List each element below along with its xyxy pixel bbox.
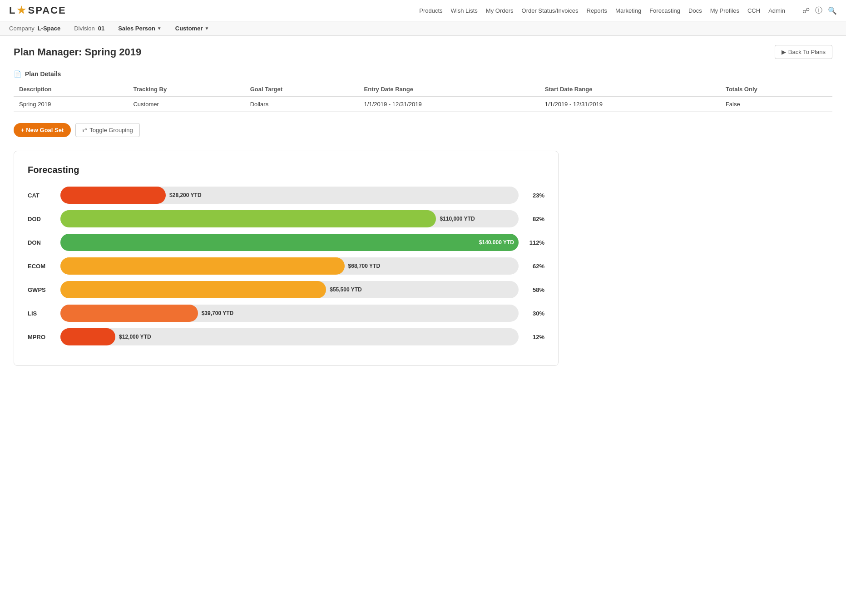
plan-details-header: 📄 Plan Details (14, 70, 832, 78)
chart-bar-fill-gwps (60, 281, 326, 298)
company-value: L-Space (38, 25, 61, 32)
chart-row-don: DON$140,000 YTD112% (28, 234, 544, 251)
sales-person-arrow: ▼ (157, 26, 162, 31)
sub-header: Company L-Space Division 01 Sales Person… (0, 21, 846, 36)
nav-admin[interactable]: Admin (768, 7, 785, 14)
help-icon-btn[interactable]: ⓘ (815, 6, 822, 15)
header: L★SPACE Products Wish Lists My Orders Or… (0, 0, 846, 21)
page-title: Plan Manager: Spring 2019 (14, 46, 141, 58)
page-header: Plan Manager: Spring 2019 ▶ Back To Plan… (14, 45, 832, 59)
col-tracking-by: Tracking By (128, 82, 244, 97)
chart-ytd-label-don: $140,000 YTD (479, 239, 514, 246)
chart-bar-fill-lis (60, 305, 198, 322)
col-start-date-range: Start Date Range (539, 82, 720, 97)
nav-wish-lists[interactable]: Wish Lists (451, 7, 478, 14)
nav-my-profiles[interactable]: My Profiles (710, 7, 739, 14)
back-icon: ▶ (782, 49, 786, 55)
chart-row-cat: CAT$28,200 YTD23% (28, 187, 544, 204)
chart-row-dod: DOD$110,000 YTD82% (28, 210, 544, 227)
logo-text-after: SPACE (28, 5, 66, 16)
cell-description: Spring 2019 (14, 97, 128, 112)
chart-row-gwps: GWPS$55,500 YTD58% (28, 281, 544, 298)
col-totals-only: Totals Only (720, 82, 832, 97)
nav-docs[interactable]: Docs (688, 7, 702, 14)
sales-person-label: Sales Person (118, 25, 155, 32)
chart-pct-ecom: 62% (524, 263, 544, 270)
chart-label-lis: LIS (28, 310, 55, 317)
toggle-grouping-button[interactable]: ⇄ Toggle Grouping (75, 123, 139, 137)
plan-table-header-row: Description Tracking By Goal Target Entr… (14, 82, 832, 97)
division-label: Division (74, 25, 95, 32)
cell-start-date-range: 1/1/2019 - 12/31/2019 (539, 97, 720, 112)
chart-label-don: DON (28, 239, 55, 246)
chart-bar-container-ecom: $68,700 YTD (60, 257, 519, 275)
nav-cch[interactable]: CCH (747, 7, 760, 14)
logo-star: ★ (17, 5, 27, 16)
chart-label-cat: CAT (28, 192, 55, 199)
nav-forecasting[interactable]: Forecasting (649, 7, 680, 14)
customer-label: Customer (175, 25, 203, 32)
cell-entry-date-range: 1/1/2019 - 12/31/2019 (359, 97, 539, 112)
new-goal-set-button[interactable]: + New Goal Set (14, 123, 71, 137)
chart-pct-dod: 82% (524, 216, 544, 222)
chart-pct-cat: 23% (524, 192, 544, 199)
chart-label-dod: DOD (28, 216, 55, 222)
user-icon-btn[interactable]: ☍ (802, 6, 810, 15)
nav-my-orders[interactable]: My Orders (486, 7, 514, 14)
main-content: Plan Manager: Spring 2019 ▶ Back To Plan… (0, 36, 846, 375)
chart-ytd-label-lis: $39,700 YTD (202, 310, 234, 316)
division-value: 01 (98, 25, 104, 32)
toggle-grouping-label: Toggle Grouping (89, 127, 133, 133)
chart-bar-container-cat: $28,200 YTD (60, 187, 519, 204)
main-nav: Products Wish Lists My Orders Order Stat… (419, 6, 837, 15)
chart-ytd-label-ecom: $68,700 YTD (348, 263, 381, 269)
forecasting-card: Forecasting CAT$28,200 YTD23%DOD$110,000… (14, 151, 559, 366)
toggle-grouping-icon: ⇄ (82, 127, 87, 133)
chart-label-mpro: MPRO (28, 334, 55, 340)
plan-table-data-row: Spring 2019 Customer Dollars 1/1/2019 - … (14, 97, 832, 112)
chart-ytd-label-dod: $110,000 YTD (440, 216, 475, 222)
chart-pct-don: 112% (524, 239, 544, 246)
chart-row-lis: LIS$39,700 YTD30% (28, 305, 544, 322)
cell-totals-only: False (720, 97, 832, 112)
chart-bar-fill-cat (60, 187, 166, 204)
chart-bar-container-gwps: $55,500 YTD (60, 281, 519, 298)
nav-order-status[interactable]: Order Status/Invoices (522, 7, 579, 14)
chart-label-gwps: GWPS (28, 286, 55, 293)
chart-row-ecom: ECOM$68,700 YTD62% (28, 257, 544, 275)
chart-ytd-label-gwps: $55,500 YTD (330, 286, 362, 293)
back-to-plans-button[interactable]: ▶ Back To Plans (775, 45, 832, 59)
plan-details-icon: 📄 (14, 70, 21, 78)
chart-bar-container-dod: $110,000 YTD (60, 210, 519, 227)
nav-products[interactable]: Products (419, 7, 442, 14)
chart-ytd-label-mpro: $12,000 YTD (119, 334, 151, 340)
forecasting-title: Forecasting (28, 165, 544, 175)
chart-pct-mpro: 12% (524, 334, 544, 340)
customer-dropdown[interactable]: Customer ▼ (175, 25, 209, 32)
nav-icons: ☍ ⓘ 🔍 (802, 6, 837, 15)
chart-pct-lis: 30% (524, 310, 544, 317)
chart-area: CAT$28,200 YTD23%DOD$110,000 YTD82%DON$1… (28, 187, 544, 345)
nav-reports[interactable]: Reports (587, 7, 608, 14)
cell-tracking-by: Customer (128, 97, 244, 112)
nav-marketing[interactable]: Marketing (615, 7, 641, 14)
chart-bar-fill-dod (60, 210, 436, 227)
logo-text-before: L (9, 5, 16, 16)
company-item: Company L-Space (9, 25, 60, 32)
customer-arrow: ▼ (204, 26, 209, 31)
chart-bar-container-mpro: $12,000 YTD (60, 328, 519, 345)
chart-label-ecom: ECOM (28, 263, 55, 270)
chart-pct-gwps: 58% (524, 286, 544, 293)
sales-person-dropdown[interactable]: Sales Person ▼ (118, 25, 162, 32)
plan-details-section: 📄 Plan Details Description Tracking By G… (14, 70, 832, 112)
chart-bar-fill-mpro (60, 328, 115, 345)
plan-table: Description Tracking By Goal Target Entr… (14, 82, 832, 112)
chart-bar-fill-ecom (60, 257, 345, 275)
search-icon-btn[interactable]: 🔍 (828, 6, 837, 15)
logo: L★SPACE (9, 5, 66, 16)
chart-bar-container-don: $140,000 YTD (60, 234, 519, 251)
cell-goal-target: Dollars (245, 97, 359, 112)
col-description: Description (14, 82, 128, 97)
chart-bar-container-lis: $39,700 YTD (60, 305, 519, 322)
toolbar: + New Goal Set ⇄ Toggle Grouping (14, 123, 832, 137)
